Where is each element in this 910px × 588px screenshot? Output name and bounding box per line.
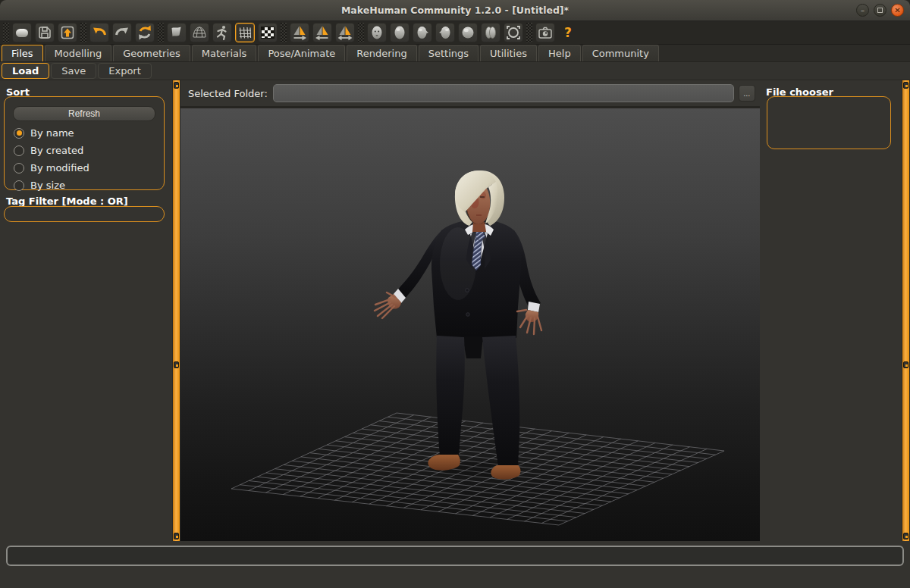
view-face-front-button[interactable] [367,23,387,42]
grab-screenshot-icon [536,23,554,42]
minimize-button[interactable]: – [856,4,869,17]
view-split-button[interactable] [481,23,500,42]
subtab-save[interactable]: Save [51,63,96,79]
grab-screenshot-button[interactable] [535,23,555,42]
titlebar[interactable]: MakeHuman Community 1.2.0 - [Untitled]* … [0,0,910,21]
new-document-button[interactable] [12,23,32,42]
reload-icon [136,23,154,42]
symmetry-both-button[interactable] [335,23,355,42]
symmetry-both-icon [336,23,354,42]
tab-utilities[interactable]: Utilities [480,45,537,61]
tab-modelling[interactable]: Modelling [45,45,112,61]
model-pants-crotch [463,336,483,358]
undo-button[interactable] [89,23,109,42]
tab-materials[interactable]: Materials [192,45,257,61]
model-left-leg [436,336,465,456]
viewport-3d[interactable] [180,106,760,541]
wireframe-button[interactable] [190,23,209,42]
tab-rendering[interactable]: Rendering [347,45,416,61]
viewport-canvas [180,108,760,541]
help-icon: ? [564,25,572,40]
left-splitter[interactable] [172,80,180,541]
radio-by-name[interactable]: By name [14,127,164,139]
skeleton-pose-button[interactable] [212,23,232,42]
wireframe-icon [190,23,209,42]
redo-button[interactable] [112,23,132,42]
help-button[interactable]: ? [558,23,578,42]
tab-settings[interactable]: Settings [419,45,479,61]
radio-label: By size [30,180,65,191]
model-left-fingers [375,292,395,318]
tag-filter-title: Tag Filter [Mode : OR] [6,195,128,207]
radio-label: By name [30,127,74,139]
selected-folder-label: Selected Folder: [188,88,268,99]
grid-button[interactable] [235,23,255,42]
view-head-back-icon [391,23,409,42]
tag-filter-groupbox [4,206,165,222]
toolbar-separator [358,23,364,43]
view-head-back-button[interactable] [390,23,410,42]
subtab-export[interactable]: Export [98,63,152,79]
view-head-right-button[interactable] [435,23,455,42]
tab-geometries[interactable]: Geometries [113,45,190,61]
selected-folder-input[interactable] [273,84,734,102]
toolbar-separator [281,23,287,43]
view-split-icon [482,23,500,42]
center-column: Selected Folder: ... [180,80,760,541]
app-window: MakeHuman Community 1.2.0 - [Untitled]* … [0,0,910,588]
view-face-front-icon [368,23,386,42]
view-orbit-icon [504,23,522,42]
maximize-icon [877,8,883,13]
save-file-icon [36,23,54,42]
sort-groupbox: Refresh By name By created By modified B… [4,96,165,190]
load-file-icon [58,23,77,42]
radio-by-size[interactable]: By size [14,180,164,191]
radio-by-modified[interactable]: By modified [14,162,164,174]
symmetry-right-button[interactable] [290,23,309,42]
tab-files[interactable]: Files [2,45,43,61]
reload-button[interactable] [135,23,155,42]
smooth-shading-button[interactable] [167,23,187,42]
close-button[interactable]: ✕ [891,4,904,17]
symmetry-left-button[interactable] [312,23,332,42]
tab-community[interactable]: Community [582,45,659,61]
view-orbit-button[interactable] [504,23,523,42]
save-file-button[interactable] [35,23,55,42]
toolbar: ? [0,21,910,45]
browse-button[interactable]: ... [739,85,755,102]
main-tab-bar: Files Modelling Geometries Materials Pos… [0,45,910,62]
minimize-icon: – [861,7,864,14]
maximize-button[interactable] [874,4,886,17]
symmetry-right-icon [290,23,309,42]
radio-icon [14,145,24,156]
folder-bar: Selected Folder: ... [180,80,760,106]
tab-pose-animate[interactable]: Pose/Animate [258,45,345,61]
left-panel: Sort Refresh By name By created By modif… [0,80,172,541]
content-area: Sort Refresh By name By created By modif… [0,80,910,588]
subtab-load[interactable]: Load [2,63,49,79]
right-splitter[interactable] [902,80,910,541]
background-checker-icon [261,27,275,39]
radio-icon [14,163,24,174]
radio-label: By created [30,145,83,156]
view-top-button[interactable] [458,23,478,42]
radio-by-created[interactable]: By created [14,145,164,156]
file-chooser-groupbox [767,96,891,149]
grid-icon [236,23,254,42]
sub-tab-bar: Load Save Export [0,62,910,80]
view-head-left-button[interactable] [413,23,432,42]
jacket-button [466,313,470,317]
refresh-button[interactable]: Refresh [13,106,155,121]
background-checker-button[interactable] [258,23,278,42]
window-title: MakeHuman Community 1.2.0 - [Untitled]* [0,5,910,16]
window-controls: – ✕ [856,4,904,17]
redo-icon [113,23,131,42]
smooth-shading-icon [168,23,186,42]
status-bar [6,546,904,566]
view-top-icon [459,23,477,42]
view-head-left-icon [413,23,431,42]
jacket-button [466,289,469,292]
toolbar-separator [80,23,86,43]
tab-help[interactable]: Help [538,45,581,61]
load-file-button[interactable] [58,23,77,42]
